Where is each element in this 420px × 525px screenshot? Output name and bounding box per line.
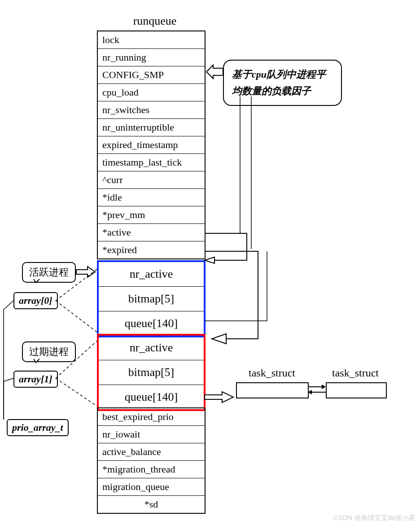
field-migration-queue: migration_queue xyxy=(98,478,205,495)
task-struct-box-2 xyxy=(326,382,387,398)
line-queue-right xyxy=(205,251,267,321)
arrow-queue-to-task xyxy=(205,392,233,402)
array-expired-queue: queue[140] xyxy=(99,385,204,409)
line-prio-to-array0 xyxy=(4,301,13,420)
task-struct-label-2: task_struct xyxy=(332,367,379,379)
field-sd: *sd xyxy=(98,495,205,513)
label-array-1: array[1] xyxy=(13,371,58,388)
callout-expired-process: 过期进程 xyxy=(22,341,76,362)
field-prev-mm: *prev_mm xyxy=(98,206,205,223)
array-active-box: nr_active bitmap[5] queue[140] xyxy=(97,260,206,337)
link-task-struct-boxes xyxy=(308,385,326,394)
field-nr-running: nr_running xyxy=(98,48,205,66)
pointer-expired-to-red xyxy=(205,251,258,344)
field-idle: *idle xyxy=(98,188,205,206)
field-expired: *expired xyxy=(98,241,205,258)
callout-active-process: 活跃进程 xyxy=(22,262,76,283)
field-lock: lock xyxy=(98,31,205,48)
field-cpu-load: cpu_load xyxy=(98,83,205,101)
dash-array0-bottom xyxy=(56,301,97,332)
callout-cpu-load: 基于cpu队列中进程平均数量的负载因子 xyxy=(223,60,342,106)
field-active: *active xyxy=(98,223,205,241)
array-expired-bitmap: bitmap[5] xyxy=(99,360,204,385)
field-nr-switches: nr_switches xyxy=(98,101,205,118)
task-struct-box-1 xyxy=(236,382,309,398)
array-active-bitmap: bitmap[5] xyxy=(99,286,204,311)
array-active-nr-active: nr_active xyxy=(99,262,204,286)
runqueue-fields-bottom: best_expired_prio nr_iowait active_balan… xyxy=(97,407,206,514)
arrow-active-process xyxy=(76,267,95,277)
watermark: CSDN @海绵宝宝de派小星 xyxy=(333,514,416,522)
field-curr: ^curr xyxy=(98,171,205,188)
field-timestamp-last-tick: timestamp_last_tick xyxy=(98,153,205,171)
array-active-queue: queue[140] xyxy=(99,311,204,336)
array-expired-box: nr_active bitmap[5] queue[140] xyxy=(97,334,206,411)
runqueue-fields-top: lock nr_running CONFIG_SMP cpu_load nr_s… xyxy=(97,31,206,259)
field-nr-iowait: nr_iowait xyxy=(98,425,205,443)
array-expired-nr-active: nr_active xyxy=(99,336,204,360)
field-config-smp: CONFIG_SMP xyxy=(98,66,205,83)
dash-array1-bottom xyxy=(56,378,97,406)
task-struct-label-1: task_struct xyxy=(249,367,295,379)
line-prio-to-array1 xyxy=(4,378,13,420)
label-array-0: array[0] xyxy=(13,292,58,309)
field-nr-uninterruptible: nr_uninterruptible xyxy=(98,118,205,136)
diagram-title: runqueue xyxy=(121,14,188,28)
field-best-expired-prio: best_expired_prio xyxy=(98,408,205,425)
label-prio-array-t: prio_array_t xyxy=(7,419,69,436)
field-active-balance: active_balance xyxy=(98,443,205,460)
field-expired-timestamp: expired_timestamp xyxy=(98,136,205,153)
arrow-cpu-load xyxy=(206,65,223,79)
pointer-active-to-blue xyxy=(205,233,247,263)
field-migration-thread: *migration_thread xyxy=(98,460,205,478)
